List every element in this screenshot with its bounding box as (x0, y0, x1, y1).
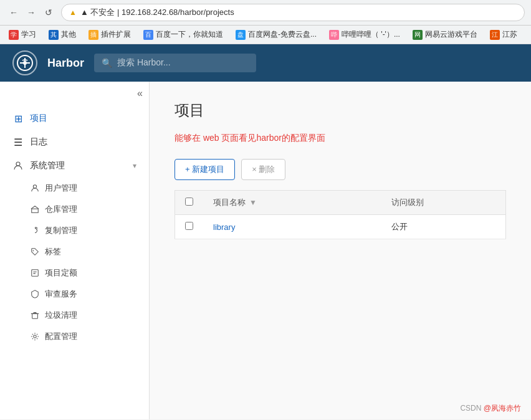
main-layout: « ⊞ 项目 ☰ 日志 (0, 82, 531, 419)
header-search[interactable]: 🔍 搜索 Harbor... (94, 54, 256, 72)
sidebar: « ⊞ 项目 ☰ 日志 (0, 82, 150, 419)
row-checkbox-cell (175, 215, 204, 239)
delete-button[interactable]: × 删除 (241, 159, 285, 180)
sidebar-item-config[interactable]: 配置管理 (0, 326, 149, 347)
projects-icon: ⊞ (12, 113, 24, 124)
sidebar-item-logs[interactable]: ☰ 日志 (0, 130, 149, 154)
system-icon (12, 160, 24, 171)
security-icon: ▲ (69, 8, 77, 17)
th-project-name: 项目名称 ▼ (203, 191, 381, 215)
copy-icon (30, 226, 40, 236)
svg-point-3 (33, 185, 36, 188)
sidebar-item-system[interactable]: 系统管理 ▾ (0, 154, 149, 178)
sidebar-item-user-mgmt[interactable]: 用户管理 (0, 178, 149, 199)
bookmark-icon: 哔 (329, 30, 339, 40)
sidebar-label-projects: 项目 (30, 113, 136, 124)
bookmark-plugins[interactable]: 插 插件扩展 (86, 28, 133, 41)
sidebar-label-user-mgmt: 用户管理 (45, 183, 77, 194)
svg-point-5 (33, 250, 34, 251)
bookmark-icon: 网 (413, 30, 423, 40)
row-access-cell: 公开 (381, 215, 506, 239)
forward-button[interactable]: → (24, 5, 39, 20)
reload-button[interactable]: ↺ (41, 5, 56, 20)
config-icon (30, 332, 40, 341)
sidebar-item-labels[interactable]: 标签 (0, 241, 149, 262)
sidebar-item-warehouse-mgmt[interactable]: 仓库管理 (0, 199, 149, 220)
sidebar-item-copy-mgmt[interactable]: 复制管理 (0, 220, 149, 241)
harbor-logo (12, 50, 37, 75)
url-text: ▲ 不安全 | 192.168.242.68/harbor/projects (80, 7, 234, 18)
search-placeholder: 搜索 Harbor... (117, 57, 171, 69)
browser-nav-buttons: ← → ↺ (6, 5, 56, 20)
bookmark-icon: 学 (9, 30, 19, 40)
browser-toolbar: ← → ↺ ▲ ▲ 不安全 | 192.168.242.68/harbor/pr… (0, 0, 531, 26)
bookmark-xuexi[interactable]: 学 学习 (6, 28, 39, 41)
project-link[interactable]: library (213, 222, 235, 232)
search-icon: 🔍 (102, 58, 112, 68)
toolbar: + 新建项目 × 删除 (175, 159, 506, 180)
sidebar-label-audit: 审查服务 (45, 289, 77, 300)
table-body: library 公开 (175, 215, 506, 239)
bookmark-icon: 盘 (236, 30, 246, 40)
row-name-cell: library (203, 215, 381, 239)
svg-point-2 (16, 162, 20, 166)
bookmark-jiangsu[interactable]: 江 江苏 (487, 28, 520, 41)
content-area: 项目 能够在 web 页面看见harbor的配置界面 + 新建项目 × 删除 项… (150, 82, 531, 419)
system-expand-icon: ▾ (133, 161, 136, 170)
sidebar-submenu-system: 用户管理 仓库管理 复制管理 (0, 178, 149, 347)
warehouse-icon (30, 204, 40, 214)
sidebar-nav: ⊞ 项目 ☰ 日志 系统管理 ▾ (0, 107, 149, 347)
svg-point-8 (34, 335, 36, 338)
harbor-logo-svg (16, 54, 34, 72)
app-container: Harbor 🔍 搜索 Harbor... « ⊞ 项目 ☰ 日志 (0, 44, 531, 419)
th-access-level: 访问级别 (381, 191, 506, 215)
bookmark-icon: 其 (49, 30, 59, 40)
bookmark-baidupan[interactable]: 盘 百度网盘-免费云盘... (233, 28, 319, 41)
table-header-row: 项目名称 ▼ 访问级别 (175, 191, 506, 215)
projects-table: 项目名称 ▼ 访问级别 library (175, 190, 506, 239)
address-bar[interactable]: ▲ ▲ 不安全 | 192.168.242.68/harbor/projects (61, 4, 525, 21)
sidebar-label-warehouse-mgmt: 仓库管理 (45, 204, 77, 215)
filter-icon[interactable]: ▼ (249, 198, 257, 207)
sidebar-label-copy-mgmt: 复制管理 (45, 225, 77, 236)
bookmarks-bar: 学 学习 其 其他 插 插件扩展 百 百度一下，你就知道 盘 百度网盘-免费云盘… (0, 26, 531, 44)
bookmark-wangyi[interactable]: 网 网易云游戏平台 (410, 28, 480, 41)
sidebar-collapse-button[interactable]: « (137, 88, 143, 99)
th-checkbox (175, 191, 204, 215)
bookmark-icon: 百 (143, 30, 153, 40)
logs-icon: ☰ (12, 136, 24, 148)
bookmark-baidu[interactable]: 百 百度一下，你就知道 (141, 28, 226, 41)
sidebar-item-quota[interactable]: 项目定额 (0, 262, 149, 284)
user-mgmt-icon (30, 183, 40, 193)
watermark: CSDN @夙海赤竹 (460, 403, 521, 414)
quota-icon (30, 268, 40, 278)
sidebar-label-trash: 垃圾清理 (45, 310, 77, 321)
bookmark-icon: 江 (490, 30, 500, 40)
bookmark-qita[interactable]: 其 其他 (46, 28, 79, 41)
svg-rect-6 (32, 270, 39, 277)
back-button[interactable]: ← (6, 5, 21, 20)
svg-point-1 (23, 61, 27, 65)
row-checkbox[interactable] (185, 222, 193, 230)
svg-rect-7 (32, 313, 38, 318)
sidebar-label-system: 系统管理 (30, 160, 127, 171)
page-title: 项目 (175, 100, 506, 120)
label-icon (30, 247, 40, 257)
app-header: Harbor 🔍 搜索 Harbor... (0, 44, 531, 82)
sidebar-label-logs: 日志 (30, 136, 136, 148)
sidebar-item-audit[interactable]: 审查服务 (0, 284, 149, 305)
sidebar-label-quota: 项目定额 (45, 267, 77, 279)
sidebar-item-projects[interactable]: ⊞ 项目 (0, 107, 149, 130)
select-all-checkbox[interactable] (185, 198, 193, 206)
sidebar-label-config: 配置管理 (45, 331, 77, 342)
sidebar-label-labels: 标签 (45, 246, 61, 257)
bookmark-icon: 插 (88, 30, 98, 40)
info-message: 能够在 web 页面看见harbor的配置界面 (175, 133, 506, 144)
sidebar-item-trash[interactable]: 垃圾清理 (0, 305, 149, 326)
audit-icon (30, 289, 40, 299)
new-project-button[interactable]: + 新建项目 (175, 159, 235, 180)
app-title: Harbor (47, 57, 84, 70)
svg-rect-4 (32, 209, 39, 212)
bookmark-bilibili[interactable]: 哔 哔哩哔哩（ '-'）... (327, 28, 403, 41)
trash-icon (30, 310, 40, 320)
